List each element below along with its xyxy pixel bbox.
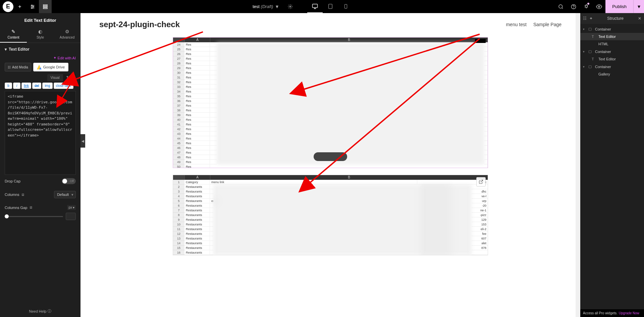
svg-rect-6 xyxy=(43,5,47,6)
row-number: 8 xyxy=(173,213,184,217)
text-toolbar: b i link del img close tags xyxy=(0,83,80,91)
tool-link[interactable]: link xyxy=(21,83,31,89)
tree-item-text-editor[interactable]: TText Editor xyxy=(580,55,644,63)
tree-item-container[interactable]: ▾▢Container xyxy=(580,48,644,55)
navigator-header-icons: ☷ ✦ xyxy=(583,16,593,21)
cell: Res xyxy=(184,131,210,136)
editor-tab-text[interactable]: Text xyxy=(63,74,76,81)
columns-gap-unit[interactable]: px ▾ xyxy=(67,205,76,210)
tree-item-text-editor[interactable]: TText Editor xyxy=(580,33,644,40)
contrast-icon: ◐ xyxy=(38,29,42,34)
code-textarea[interactable] xyxy=(5,91,76,175)
publish-button[interactable]: Publish xyxy=(605,0,633,13)
upgrade-now-link[interactable]: Upgrade Now xyxy=(619,311,639,315)
svg-line-16 xyxy=(562,8,563,9)
sheet1-corner-dark xyxy=(475,39,486,43)
embedded-sheet-1[interactable]: A B 242526272829303132333435363738394041… xyxy=(173,37,488,168)
element-icon: ▢ xyxy=(588,27,593,31)
topbar: E + test (Draft) ▾ xyxy=(0,0,644,13)
drop-cap-row: Drop Cap Off xyxy=(0,175,80,188)
tab-style[interactable]: ◐ Style xyxy=(27,26,54,43)
document-title[interactable]: test (Draft) xyxy=(253,4,273,9)
elementor-logo[interactable]: E xyxy=(3,1,13,12)
sparkle-icon[interactable]: ✦ xyxy=(589,16,593,21)
sheet1-col-b: B xyxy=(210,38,488,42)
drop-cap-switch[interactable]: Off xyxy=(62,178,76,184)
tool-img[interactable]: img xyxy=(42,83,52,89)
embedded-sheet-2[interactable]: A B 12345678910111213141516 Categorymenu… xyxy=(173,175,488,255)
row-number: 43 xyxy=(173,131,184,136)
tab-advanced[interactable]: ⚙ Advanced xyxy=(54,26,80,43)
tool-del[interactable]: del xyxy=(32,83,41,89)
notifications-button[interactable] xyxy=(580,0,593,13)
tree-item-container[interactable]: ▾▢Container xyxy=(580,25,644,33)
need-help-link[interactable]: Need Help ⓘ xyxy=(0,305,80,317)
svg-rect-8 xyxy=(43,8,47,9)
left-panel: Edit Text Editor ✎ Content ◐ Style ⚙ Adv… xyxy=(0,13,80,317)
desktop-icon: 🖥 xyxy=(21,193,24,197)
tree-item-container[interactable]: ▾▢Container xyxy=(580,63,644,70)
navigator-tree: ▾▢ContainerTText EditorHTML▾▢ContainerTT… xyxy=(580,24,644,79)
row-number: 30 xyxy=(173,70,184,75)
panel-collapse-toggle[interactable]: ◀ xyxy=(80,134,85,148)
cell: Res xyxy=(184,85,210,89)
gear-icon: ⚙ xyxy=(65,29,69,34)
svg-rect-13 xyxy=(329,4,332,8)
publish-options-button[interactable]: ▾ xyxy=(633,0,644,13)
sheet2-corner xyxy=(173,175,184,180)
add-media-label: Add Media xyxy=(12,65,28,69)
cell: Restaurants xyxy=(184,231,210,236)
tab-content[interactable]: ✎ Content xyxy=(0,26,27,43)
google-drive-button[interactable]: Google Drive xyxy=(33,63,68,71)
doc-title-caret-icon[interactable]: ▾ xyxy=(276,3,278,10)
add-media-button[interactable]: ☷ Add Media xyxy=(5,63,31,71)
link-sample-page[interactable]: Sample Page xyxy=(533,22,561,27)
cell: Restaurants xyxy=(184,208,210,212)
tree-item-html[interactable]: HTML xyxy=(580,40,644,48)
help-icon[interactable] xyxy=(567,0,580,13)
add-element-button[interactable]: + xyxy=(13,0,26,13)
tree-item-gallery[interactable]: Gallery xyxy=(580,70,644,78)
tool-closetags[interactable]: close tags xyxy=(54,83,73,89)
row-number: 14 xyxy=(173,241,184,246)
sheet2-col-a: A xyxy=(184,175,210,180)
columns-select[interactable]: Default xyxy=(54,191,76,198)
cell xyxy=(210,164,488,168)
section-text-editor[interactable]: ▾ Text Editor xyxy=(0,43,80,56)
cell: Res xyxy=(184,113,210,117)
device-desktop-button[interactable] xyxy=(307,0,323,13)
columns-gap-slider[interactable] xyxy=(5,216,63,217)
panel-title: Edit Text Editor xyxy=(0,13,80,26)
tool-bold[interactable]: b xyxy=(5,83,12,89)
element-icon: T xyxy=(592,57,596,61)
navigator-panel: ☷ ✦ Structure ✕ ▾▢ContainerTText EditorH… xyxy=(580,13,644,317)
row-number: 7 xyxy=(173,208,184,213)
navigator-close-button[interactable]: ✕ xyxy=(638,16,641,21)
page-settings-button[interactable] xyxy=(284,0,297,13)
preview-button[interactable] xyxy=(593,0,605,13)
edit-with-ai-button[interactable]: ✦ Edit with AI xyxy=(0,56,80,63)
need-help-label: Need Help xyxy=(29,309,47,313)
device-tablet-button[interactable] xyxy=(323,0,338,13)
row-number: 40 xyxy=(173,117,184,122)
link-menu-test[interactable]: menu test xyxy=(506,22,526,27)
columns-gap-value-input[interactable] xyxy=(66,213,76,220)
editor-tab-visual[interactable]: Visual xyxy=(47,74,63,81)
canvas-scrollbar[interactable] xyxy=(576,13,580,317)
panel-tabs: ✎ Content ◐ Style ⚙ Advanced xyxy=(0,26,80,43)
row-number: 42 xyxy=(173,127,184,131)
popout-button[interactable] xyxy=(476,177,486,187)
row-number: 12 xyxy=(173,231,184,236)
finder-search-button[interactable] xyxy=(554,0,567,13)
row-number: 31 xyxy=(173,75,184,80)
canvas: sept-24-plugin-check menu test Sample Pa… xyxy=(80,13,580,317)
site-settings-button[interactable] xyxy=(26,0,39,13)
navigator-icon[interactable]: ☷ xyxy=(583,16,587,21)
device-mobile-button[interactable] xyxy=(338,0,354,13)
structure-toggle-button[interactable] xyxy=(39,0,52,13)
row-number: 24 xyxy=(173,42,184,47)
topbar-right: Publish ▾ xyxy=(554,0,644,13)
element-icon: ▢ xyxy=(588,64,593,69)
cell: Res xyxy=(184,61,210,65)
tool-italic[interactable]: i xyxy=(13,83,20,89)
